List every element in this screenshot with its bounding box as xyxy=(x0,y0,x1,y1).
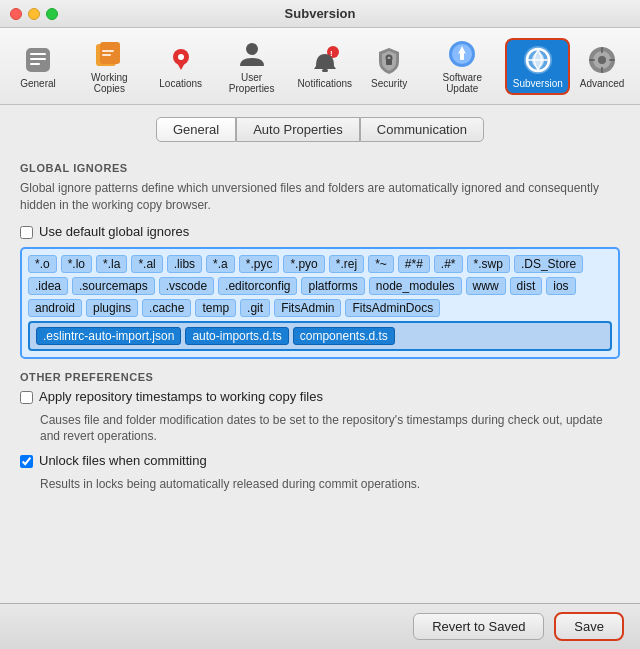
unlock-files-desc: Results in locks being automatically rel… xyxy=(40,476,620,493)
security-icon xyxy=(373,44,405,76)
svg-rect-7 xyxy=(102,54,111,56)
notifications-label: Notifications xyxy=(298,78,352,89)
title-bar: Subversion xyxy=(0,0,640,28)
tag-hash[interactable]: #*# xyxy=(398,255,430,273)
tag-al[interactable]: *.al xyxy=(131,255,162,273)
tag-auto-imports[interactable]: auto-imports.d.ts xyxy=(185,327,288,345)
tag-components[interactable]: components.d.ts xyxy=(293,327,395,345)
tag-libs[interactable]: .libs xyxy=(167,255,202,273)
bottom-bar: Revert to Saved Save xyxy=(0,603,640,649)
tag-editorconfig[interactable]: .editorconfig xyxy=(218,277,297,295)
software-update-icon xyxy=(446,38,478,70)
tag-la[interactable]: *.la xyxy=(96,255,127,273)
security-label: Security xyxy=(371,78,407,89)
main-content: GLOBAL IGNORES Global ignore patterns de… xyxy=(0,150,640,603)
svg-rect-6 xyxy=(102,50,114,52)
svg-point-11 xyxy=(246,43,258,55)
notifications-icon: ! xyxy=(309,44,341,76)
user-properties-icon xyxy=(236,38,268,70)
apply-timestamps-desc: Causes file and folder modification date… xyxy=(40,412,620,446)
toolbar-item-software-update[interactable]: Software Update xyxy=(421,34,503,98)
tag-android[interactable]: android xyxy=(28,299,82,317)
svg-marker-10 xyxy=(176,61,186,70)
tag-vscode[interactable]: .vscode xyxy=(159,277,214,295)
close-button[interactable] xyxy=(10,8,22,20)
sub-tabs: General Auto Properties Communication xyxy=(0,105,640,150)
use-default-row: Use default global ignores xyxy=(20,224,620,239)
tag-dist[interactable]: dist xyxy=(510,277,543,295)
tag-tilde[interactable]: *~ xyxy=(368,255,394,273)
save-button[interactable]: Save xyxy=(554,612,624,641)
toolbar-item-general[interactable]: General xyxy=(8,40,68,93)
toolbar-item-security[interactable]: Security xyxy=(359,40,419,93)
tag-rej[interactable]: *.rej xyxy=(329,255,364,273)
tag-a[interactable]: *.a xyxy=(206,255,235,273)
tag-www[interactable]: www xyxy=(466,277,506,295)
use-default-label[interactable]: Use default global ignores xyxy=(39,224,189,239)
apply-timestamps-checkbox[interactable] xyxy=(20,391,33,404)
tag-idea[interactable]: .idea xyxy=(28,277,68,295)
ignore-list-container: *.o *.lo *.la *.al .libs *.a *.pyc *.pyo… xyxy=(20,247,620,359)
window-title: Subversion xyxy=(285,6,356,21)
apply-timestamps-label[interactable]: Apply repository timestamps to working c… xyxy=(39,389,323,404)
selected-tag-row: .eslintrc-auto-import.json auto-imports.… xyxy=(28,321,612,351)
other-preferences-header: OTHER PREFERENCES xyxy=(20,371,620,383)
tag-plugins[interactable]: plugins xyxy=(86,299,138,317)
advanced-icon xyxy=(586,44,618,76)
svg-rect-3 xyxy=(30,63,40,65)
locations-icon xyxy=(165,44,197,76)
general-icon xyxy=(22,44,54,76)
content-area: General Auto Properties Communication GL… xyxy=(0,105,640,603)
revert-to-saved-button[interactable]: Revert to Saved xyxy=(413,613,544,640)
global-ignores-header: GLOBAL IGNORES xyxy=(20,162,620,174)
tag-ds-store[interactable]: .DS_Store xyxy=(514,255,583,273)
tag-cache[interactable]: .cache xyxy=(142,299,191,317)
tag-sourcemaps[interactable]: .sourcemaps xyxy=(72,277,155,295)
toolbar-item-user-properties[interactable]: User Properties xyxy=(213,34,291,98)
svg-rect-27 xyxy=(601,67,603,73)
window-controls[interactable] xyxy=(10,8,58,20)
locations-label: Locations xyxy=(159,78,202,89)
minimize-button[interactable] xyxy=(28,8,40,20)
tag-temp[interactable]: temp xyxy=(195,299,236,317)
subversion-label: Subversion xyxy=(513,78,563,89)
tag-eslintrc[interactable]: .eslintrc-auto-import.json xyxy=(36,327,181,345)
svg-rect-28 xyxy=(589,59,595,61)
unlock-files-checkbox[interactable] xyxy=(20,455,33,468)
svg-rect-14 xyxy=(322,69,328,72)
tab-general[interactable]: General xyxy=(156,117,236,142)
ignore-tags: *.o *.lo *.la *.al .libs *.a *.pyc *.pyo… xyxy=(28,255,612,351)
tag-dotHash[interactable]: .#* xyxy=(434,255,463,273)
tag-lo[interactable]: *.lo xyxy=(61,255,92,273)
svg-point-25 xyxy=(598,56,606,64)
toolbar-item-notifications[interactable]: ! Notifications xyxy=(293,40,358,93)
toolbar-item-subversion[interactable]: Subversion xyxy=(505,38,570,95)
subversion-icon xyxy=(522,44,554,76)
tag-node-modules[interactable]: node_modules xyxy=(369,277,462,295)
tab-communication[interactable]: Communication xyxy=(360,117,484,142)
tag-o[interactable]: *.o xyxy=(28,255,57,273)
tab-auto-properties[interactable]: Auto Properties xyxy=(236,117,360,142)
unlock-files-row: Unlock files when committing xyxy=(20,453,620,468)
tag-fitsadmindocs[interactable]: FitsAdminDocs xyxy=(345,299,440,317)
tag-git[interactable]: .git xyxy=(240,299,270,317)
working-copies-label: Working Copies xyxy=(78,72,141,94)
tag-swp[interactable]: *.swp xyxy=(467,255,510,273)
tag-pyo[interactable]: *.pyo xyxy=(283,255,324,273)
tag-pyc[interactable]: *.pyc xyxy=(239,255,280,273)
maximize-button[interactable] xyxy=(46,8,58,20)
tag-platforms[interactable]: platforms xyxy=(301,277,364,295)
toolbar-item-working-copies[interactable]: Working Copies xyxy=(70,34,149,98)
use-default-checkbox[interactable] xyxy=(20,226,33,239)
apply-timestamps-row: Apply repository timestamps to working c… xyxy=(20,389,620,404)
working-copies-icon xyxy=(93,38,125,70)
svg-rect-2 xyxy=(30,58,46,60)
toolbar-item-advanced[interactable]: Advanced xyxy=(572,40,632,93)
tag-ios[interactable]: ios xyxy=(546,277,575,295)
unlock-files-label[interactable]: Unlock files when committing xyxy=(39,453,207,468)
tag-fitsadmin[interactable]: FitsAdmin xyxy=(274,299,341,317)
toolbar-item-locations[interactable]: Locations xyxy=(151,40,211,93)
global-ignores-desc: Global ignore patterns define which unve… xyxy=(20,180,620,214)
svg-rect-5 xyxy=(100,42,120,64)
svg-rect-19 xyxy=(460,52,464,60)
